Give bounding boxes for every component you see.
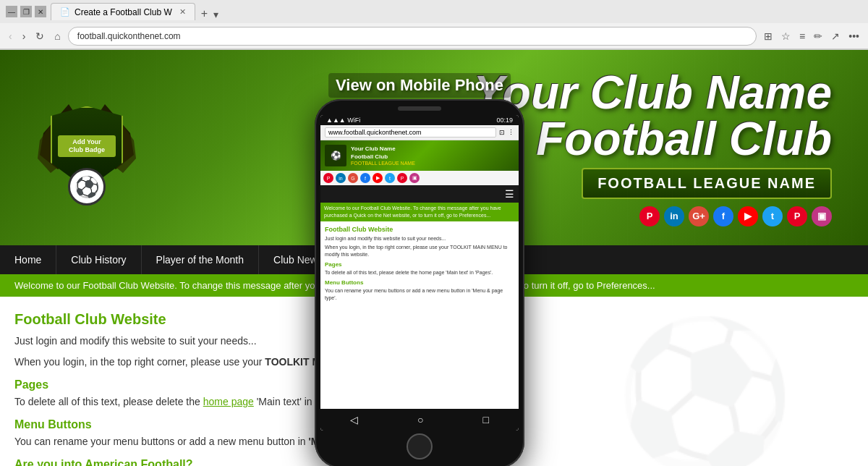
phone-address-bar: www.football.quickonthenet.com ⊡ ⋮	[320, 125, 519, 140]
phone-more-icon: ⋮	[508, 129, 514, 136]
phone-content: Football Club Website Just login and mod…	[320, 221, 519, 409]
mobile-container: View on Mobile Phone ▲▲▲ WiFi 00:19 www.…	[315, 99, 524, 466]
logo-ball: ⚽	[68, 168, 106, 206]
league-badge: FOOTBALL LEAGUE NAME	[582, 168, 832, 199]
phone-pages-text: To delete all of this text, please delet…	[325, 269, 514, 276]
tab-menu-button[interactable]: ▾	[213, 9, 218, 20]
new-tab-button[interactable]: +	[195, 7, 213, 20]
phone-square-icon[interactable]: □	[483, 414, 489, 425]
minimize-button[interactable]: —	[6, 6, 17, 17]
close-button[interactable]: ✕	[35, 6, 46, 17]
phone-gplus-icon: G	[348, 173, 358, 183]
phone-youtube-icon: ▶	[373, 173, 383, 183]
toolbar-right: ⊞ ☆ ≡ ✏ ↗ •••	[761, 29, 862, 43]
forward-button[interactable]: ›	[20, 29, 29, 43]
title-bar: — ❐ ✕ 📄 Create a Football Club W ✕ + ▾	[0, 0, 868, 23]
phone-signal: ▲▲▲ WiFi	[326, 116, 360, 124]
tab-title: Create a Football Club W	[75, 7, 172, 17]
phone-home-button[interactable]	[407, 433, 433, 459]
home-button[interactable]: ⌂	[51, 29, 63, 43]
phone-back-icon[interactable]: ◁	[350, 414, 358, 425]
favorites-button[interactable]: ☆	[778, 29, 793, 43]
pinterest2-icon[interactable]: P	[787, 206, 807, 226]
instagram-icon[interactable]: ▣	[812, 206, 832, 226]
mobile-label: View on Mobile Phone	[328, 73, 511, 98]
header-logo: Add YourClub Badge ⚽	[14, 90, 159, 206]
phone-bottom-nav: ◁ ○ □	[320, 409, 519, 431]
phone-welcome-bar: Welcome to our Football Club Website. To…	[320, 203, 519, 221]
nav-item-home[interactable]: Home	[0, 245, 56, 274]
youtube-icon[interactable]: ▶	[738, 206, 758, 226]
browser-chrome: — ❐ ✕ 📄 Create a Football Club W ✕ + ▾ ‹…	[0, 0, 868, 50]
nav-item-player-of-month[interactable]: Player of the Month	[142, 245, 259, 274]
league-name: FOOTBALL LEAGUE NAME	[597, 175, 816, 191]
phone-social-bar: P in G f ▶ t P ▣	[320, 171, 519, 185]
phone-screen: ▲▲▲ WiFi 00:19 www.football.quickonthene…	[320, 115, 519, 431]
phone-logo: ⚽	[325, 145, 346, 166]
phone-speaker	[398, 106, 441, 111]
mobile-phone-overlay: View on Mobile Phone ▲▲▲ WiFi 00:19 www.…	[315, 99, 524, 466]
tab-close-button[interactable]: ✕	[179, 7, 186, 17]
url-input[interactable]	[68, 27, 757, 46]
phone-facebook-icon: f	[360, 173, 370, 183]
phone-nav: ☰	[320, 185, 519, 203]
phone-league: FOOTBALL LEAGUE NAME	[351, 161, 415, 166]
phone-content-heading: Football Club Website	[325, 226, 514, 233]
phone-refresh-icon: ⊡	[499, 129, 505, 136]
nav-item-club-history[interactable]: Club History	[56, 245, 141, 274]
tab-icon: 📄	[60, 7, 70, 17]
tab-bar: 📄 Create a Football Club W ✕ + ▾	[51, 3, 862, 20]
home-page-link[interactable]: home page	[203, 396, 254, 407]
phone-time: 00:19	[496, 116, 513, 124]
window-controls[interactable]: — ❐ ✕	[6, 6, 46, 17]
address-bar: ‹ › ↻ ⌂ ⊞ ☆ ≡ ✏ ↗ •••	[0, 23, 868, 49]
phone-twitter-icon: t	[385, 173, 395, 183]
share-button[interactable]: ↗	[828, 29, 843, 43]
restore-button[interactable]: ❐	[20, 6, 32, 17]
active-tab[interactable]: 📄 Create a Football Club W ✕	[51, 3, 195, 20]
phone-pinterest-icon: P	[323, 173, 333, 183]
website: View on Mobile Phone ▲▲▲ WiFi 00:19 www.…	[0, 50, 868, 466]
phone-home-icon[interactable]: ○	[417, 414, 423, 425]
phone-pages-heading: Pages	[325, 261, 514, 268]
phone-menu-text: You can rename your menu buttons or add …	[325, 287, 514, 302]
phone-club-name: Your Club NameFootball Club	[351, 145, 415, 161]
googleplus-icon[interactable]: G+	[689, 206, 709, 226]
linkedin-icon[interactable]: in	[664, 206, 684, 226]
phone-content-toolkit: When you login, in the top right corner,…	[325, 244, 514, 258]
badge-text: Add YourClub Badge	[69, 138, 105, 154]
settings-button[interactable]: ≡	[796, 29, 808, 43]
phone-status-bar: ▲▲▲ WiFi 00:19	[320, 115, 519, 125]
phone-menu-heading: Menu Buttons	[325, 279, 514, 286]
phone-linkedin-icon: in	[336, 173, 346, 183]
phone-content-intro: Just login and modify this website to su…	[325, 235, 514, 242]
phone-pinterest2-icon: P	[397, 173, 407, 183]
twitter-icon[interactable]: t	[762, 206, 783, 226]
reader-view-button[interactable]: ⊞	[761, 29, 775, 43]
compat-button[interactable]: ✏	[811, 29, 825, 43]
phone-hamburger-icon: ☰	[505, 188, 514, 200]
more-button[interactable]: •••	[846, 29, 862, 43]
pinterest-icon[interactable]: P	[639, 206, 660, 226]
phone-site-header: ⚽ Your Club NameFootball Club FOOTBALL L…	[320, 140, 519, 171]
refresh-button[interactable]: ↻	[33, 29, 47, 43]
phone-url: www.football.quickonthenet.com	[325, 127, 496, 137]
back-button[interactable]: ‹	[6, 29, 15, 43]
phone-instagram-icon: ▣	[409, 173, 420, 183]
facebook-icon[interactable]: f	[713, 206, 733, 226]
